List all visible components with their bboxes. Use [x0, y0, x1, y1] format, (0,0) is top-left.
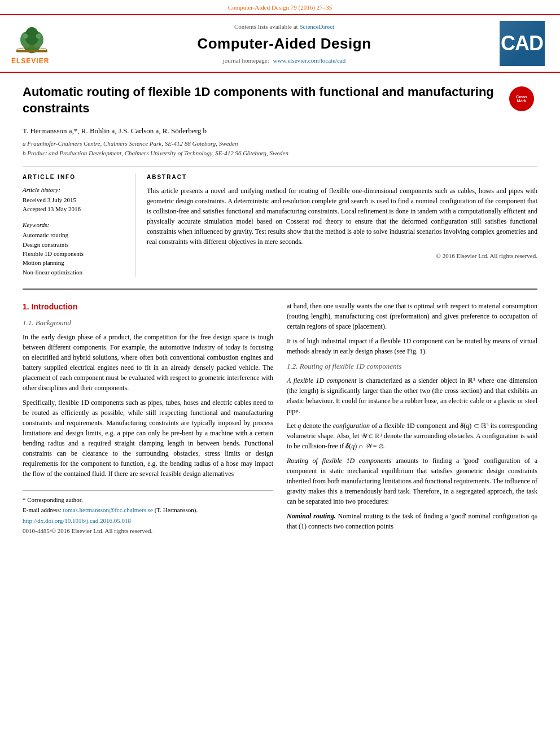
elsevier-tree-icon [11, 21, 56, 55]
flexible-1d-label: A flexible 1D component [287, 377, 356, 385]
elsevier-logo-container: ELSEVIER [11, 21, 73, 66]
info-abstract-section: ARTICLE INFO Article history: Received 3… [23, 173, 537, 278]
cad-logo-text: CAD [501, 29, 543, 58]
accepted-date: Accepted 13 May 2016 [23, 205, 126, 213]
history-label: Article history: [23, 186, 126, 194]
section-1-title: 1. Introduction [23, 301, 273, 313]
right-para-5: Routing of flexible 1D components amount… [287, 456, 537, 506]
contents-available-line: Contents lists available at ScienceDirec… [79, 23, 489, 31]
subsection-1-2-title: 1.2. Routing of flexible 1D components [287, 361, 537, 372]
journal-ref-link[interactable]: Computer-Aided Design 79 (2016) 27–35 [228, 4, 332, 11]
right-para-3: A flexible 1D component is characterized… [287, 375, 537, 416]
intro-para-2: Specifically, flexible 1D components suc… [23, 397, 273, 479]
crossmark-badge[interactable]: CrossMark [509, 86, 537, 111]
right-para-1: at hand, then one usually wants the one … [287, 301, 537, 331]
intro-para-1: In the early design phase of a product, … [23, 332, 273, 393]
keyword-3: Flexible 1D components [23, 250, 126, 258]
svg-point-6 [36, 34, 41, 39]
elsevier-label-text: ELSEVIER [11, 56, 49, 66]
keyword-2: Design constraints [23, 241, 126, 249]
keywords-label: Keywords: [23, 221, 126, 229]
svg-point-5 [23, 34, 28, 39]
keyword-1: Automatic routing [23, 231, 126, 239]
keyword-5: Non-linear optimization [23, 268, 126, 277]
article-info-header: ARTICLE INFO [23, 173, 126, 181]
main-content: Automatic routing of flexible 1D compone… [0, 73, 560, 548]
body-right-column: at hand, then one usually wants the one … [287, 301, 537, 537]
cad-logo: CAD [500, 21, 545, 66]
homepage-url[interactable]: www.elsevier.com/locate/cad [273, 57, 346, 64]
separator-1 [23, 166, 537, 167]
abstract-column: ABSTRACT This article presents a novel a… [147, 173, 537, 278]
journal-reference: Computer-Aided Design 79 (2016) 27–35 [0, 0, 560, 14]
keywords-section: Keywords: Automatic routing Design const… [23, 221, 126, 277]
body-separator [23, 289, 537, 290]
cad-logo-container: CAD [495, 21, 549, 66]
abstract-header: ABSTRACT [147, 173, 537, 181]
right-para-4: Let q denote the configuration of a flex… [287, 421, 537, 451]
authors-line: T. Hermansson a,*, R. Bohlin a, J.S. Car… [23, 126, 537, 136]
elsevier-logo: ELSEVIER [11, 21, 73, 66]
affiliations: a Fraunhofer-Chalmers Centre, Chalmers S… [23, 139, 537, 158]
email-label: E-mail address: [23, 506, 62, 513]
issn-line: 0010-4485/© 2016 Elsevier Ltd. All right… [23, 526, 273, 536]
abstract-paragraph: This article presents a novel and unifyi… [147, 186, 537, 247]
journal-header: ELSEVIER Contents lists available at Sci… [0, 14, 560, 73]
right-para-2-text: It is of high industrial impact if a fle… [287, 337, 537, 355]
copyright-line: © 2016 Elsevier Ltd. All rights reserved… [147, 251, 537, 261]
crossmark-icon: CrossMark [509, 86, 534, 111]
article-title: Automatic routing of flexible 1D compone… [23, 84, 504, 116]
journal-title: Computer-Aided Design [79, 33, 489, 54]
doi-line: http://dx.doi.org/10.1016/j.cad.2016.05.… [23, 516, 273, 526]
corresponding-author: * Corresponding author. [23, 495, 273, 505]
article-info-column: ARTICLE INFO Article history: Received 3… [23, 173, 135, 278]
email-link[interactable]: tomas.hermansson@fcc.chalmers.se [63, 506, 153, 513]
article-history: Article history: Received 3 July 2015 Ac… [23, 186, 126, 214]
keyword-4: Motion planning [23, 259, 126, 267]
email-line: E-mail address: tomas.hermansson@fcc.cha… [23, 505, 273, 515]
author-list: T. Hermansson a,*, R. Bohlin a, J.S. Car… [23, 126, 207, 135]
homepage-text: journal homepage: [223, 57, 269, 64]
affiliation-b: b Product and Production Development, Ch… [23, 149, 537, 158]
nominal-routing-label: Nominal routing. [287, 512, 336, 520]
right-para-2: It is of high industrial impact if a fle… [287, 336, 537, 356]
contents-text: Contents lists available at [234, 23, 298, 30]
received-date: Received 3 July 2015 [23, 196, 126, 204]
body-content: 1. Introduction 1.1. Background In the e… [23, 301, 537, 537]
subsection-1-1-title: 1.1. Background [23, 317, 273, 329]
affiliation-a: a Fraunhofer-Chalmers Centre, Chalmers S… [23, 139, 537, 148]
abstract-text: This article presents a novel and unifyi… [147, 186, 537, 261]
routing-flexible-label: Routing of flexible 1D components [287, 457, 391, 465]
body-left-column: 1. Introduction 1.1. Background In the e… [23, 301, 273, 537]
footnotes-section: * Corresponding author. E-mail address: … [23, 490, 273, 536]
header-center: Contents lists available at ScienceDirec… [79, 23, 489, 65]
homepage-line: journal homepage: www.elsevier.com/locat… [79, 56, 489, 65]
article-title-section: Automatic routing of flexible 1D compone… [23, 84, 537, 116]
email-suffix: (T. Hermansson). [155, 506, 198, 513]
sciencedirect-link[interactable]: ScienceDirect [299, 23, 334, 30]
right-para-6: Nominal routing. Nominal routing is the … [287, 511, 537, 531]
doi-link[interactable]: http://dx.doi.org/10.1016/j.cad.2016.05.… [23, 517, 131, 524]
